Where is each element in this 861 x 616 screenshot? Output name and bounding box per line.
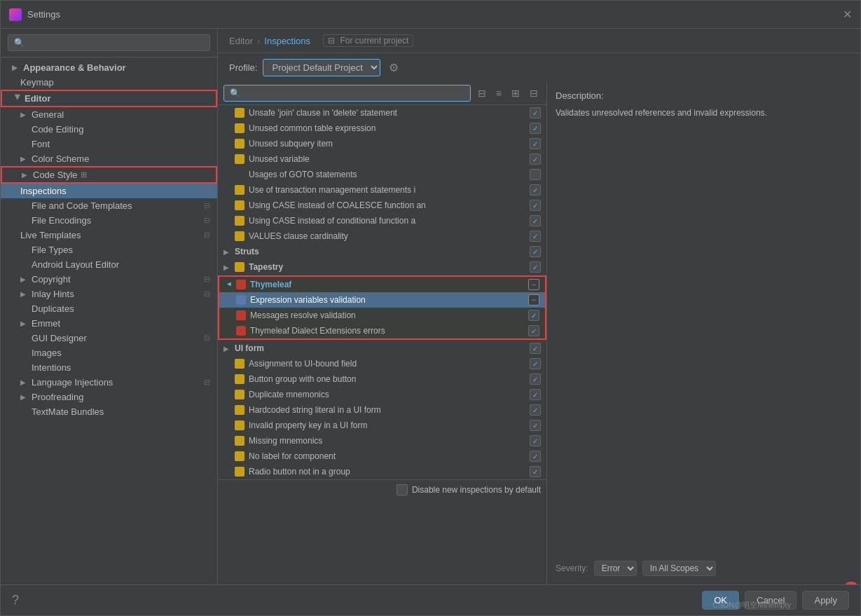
inspection-checkbox[interactable] <box>530 169 541 180</box>
collapse-button[interactable]: ⊟ <box>527 86 541 100</box>
list-item[interactable]: Invalid property key in a UI form <box>218 418 546 433</box>
list-item[interactable]: Hardcoded string literal in a UI form <box>218 402 546 418</box>
inspection-checkbox[interactable] <box>530 107 541 118</box>
inspection-checkbox[interactable] <box>530 404 541 416</box>
inspection-checkbox[interactable] <box>530 420 541 431</box>
inspection-checkbox[interactable] <box>530 451 541 462</box>
profile-select[interactable]: Project Default Project <box>263 59 380 76</box>
sidebar-item-copyright[interactable]: ▶ Copyright ⊟ <box>1 272 217 287</box>
list-item-dialect-errors[interactable]: Thymeleaf Dialect Extensions errors <box>219 323 545 338</box>
scope-select[interactable]: In All Scopes <box>642 561 716 576</box>
inspection-search-input[interactable] <box>223 85 471 102</box>
breadcrumb-current: Inspections <box>264 36 310 46</box>
sidebar-item-live-templates[interactable]: Live Templates ⊟ ③ <box>1 228 217 242</box>
sidebar-item-font[interactable]: Font <box>1 137 217 151</box>
disable-inspections-checkbox[interactable] <box>397 484 408 495</box>
inspection-checkbox[interactable] <box>530 184 541 196</box>
help-icon[interactable]: ? <box>12 593 19 608</box>
inspection-checkbox[interactable] <box>528 294 539 306</box>
severity-select[interactable]: Error <box>594 561 637 576</box>
sidebar-item-general[interactable]: ▶ General <box>1 107 217 122</box>
sort-button[interactable]: ≡ <box>493 86 504 100</box>
sidebar-item-appearance[interactable]: ▶ Appearance & Behavior <box>1 60 217 75</box>
inspection-checkbox[interactable] <box>530 200 541 211</box>
inspection-checkbox[interactable] <box>530 215 541 226</box>
list-item[interactable]: Duplicate mnemonics <box>218 387 546 402</box>
inspection-checkbox[interactable] <box>528 279 539 290</box>
list-item-struts[interactable]: ▶ Struts <box>218 244 546 259</box>
sidebar-item-code-style[interactable]: ▶ Code Style ⊞ ② <box>1 166 217 184</box>
sidebar-item-file-code-templates[interactable]: File and Code Templates ⊟ <box>1 198 217 213</box>
inspection-checkbox[interactable] <box>530 246 541 257</box>
inspection-name: No label for component <box>249 451 530 461</box>
list-item-thymeleaf[interactable]: ▼ Thymeleaf <box>219 277 545 292</box>
inspection-checkbox[interactable] <box>528 310 539 321</box>
sidebar-item-label: Keymap <box>20 77 54 88</box>
sidebar-item-inspections[interactable]: Inspections ⊟ <box>1 184 217 198</box>
inspection-name: Unused common table expression <box>249 123 530 133</box>
sidebar-search-input[interactable] <box>8 34 210 51</box>
list-item[interactable]: VALUES clause cardinality <box>218 228 546 244</box>
sidebar-item-inlay-hints[interactable]: ▶ Inlay Hints ⊟ <box>1 287 217 301</box>
project-label: For current project <box>340 36 408 46</box>
sidebar-item-label: Android Layout Editor <box>32 259 119 270</box>
sidebar-item-android-layout[interactable]: Android Layout Editor <box>1 257 217 272</box>
sidebar-item-intentions[interactable]: Intentions <box>1 360 217 375</box>
sidebar-item-textmate[interactable]: TextMate Bundles <box>1 404 217 419</box>
sidebar-item-images[interactable]: Images <box>1 345 217 360</box>
sidebar-item-editor[interactable]: ▶ Editor ① <box>1 90 217 107</box>
expand-button[interactable]: ⊞ <box>509 86 523 100</box>
inspection-checkbox[interactable] <box>530 138 541 149</box>
sidebar-item-label: Appearance & Behavior <box>23 62 126 73</box>
sidebar-item-file-types[interactable]: File Types <box>1 242 217 257</box>
sidebar-item-label: Inlay Hints <box>32 289 74 299</box>
list-item-expression-validation[interactable]: Expression variables validation <box>219 292 545 308</box>
list-item[interactable]: Use of transaction management statements… <box>218 182 546 198</box>
list-item[interactable]: Radio button not in a group <box>218 464 546 479</box>
gear-icon[interactable]: ⚙ <box>389 61 399 74</box>
list-item[interactable]: Usages of GOTO statements <box>218 167 546 182</box>
sidebar-item-file-encodings[interactable]: File Encodings ⊟ <box>1 213 217 228</box>
list-item[interactable]: Using CASE instead of conditional functi… <box>218 213 546 228</box>
list-item[interactable]: Missing mnemonics <box>218 433 546 449</box>
inspection-checkbox[interactable] <box>530 123 541 134</box>
apply-button[interactable]: Apply <box>802 591 849 610</box>
list-item-uiform[interactable]: ▶ UI form <box>218 341 546 356</box>
filter-button[interactable]: ⊟ <box>475 86 489 100</box>
sidebar-item-code-editing[interactable]: Code Editing <box>1 122 217 137</box>
inspection-checkbox[interactable] <box>530 343 541 354</box>
list-item[interactable]: Unused common table expression <box>218 121 546 136</box>
list-item[interactable]: Unused variable <box>218 151 546 167</box>
sidebar-item-keymap[interactable]: Keymap <box>1 75 217 90</box>
list-item[interactable]: Button group with one button <box>218 371 546 387</box>
annotation-5: ⑤ <box>843 582 859 584</box>
copy-icon: ⊟ <box>204 216 210 225</box>
inspection-checkbox[interactable] <box>530 358 541 369</box>
list-item[interactable]: Assignment to UI-bound field <box>218 356 546 371</box>
list-item[interactable]: Using CASE instead of COALESCE function … <box>218 198 546 213</box>
inspection-name: UI form <box>235 343 530 353</box>
inspection-checkbox[interactable] <box>530 435 541 446</box>
list-item[interactable]: No label for component <box>218 449 546 464</box>
sidebar-item-emmet[interactable]: ▶ Emmet <box>1 316 217 331</box>
inspection-name: Missing mnemonics <box>249 436 530 446</box>
close-button[interactable]: ✕ <box>843 8 852 21</box>
inspection-checkbox[interactable] <box>530 261 541 273</box>
sidebar-item-language-injections[interactable]: ▶ Language Injections ⊟ <box>1 375 217 390</box>
inspections-area: ⊟ ≡ ⊞ ⊟ Unsafe 'join' clause in 'delete'… <box>218 82 860 584</box>
list-item[interactable]: Unused subquery item ④ <box>218 136 546 151</box>
project-button[interactable]: ⊟ For current project <box>323 34 413 47</box>
inspection-checkbox[interactable] <box>530 374 541 385</box>
inspection-checkbox[interactable] <box>528 325 539 336</box>
list-item-messages-validation[interactable]: Messages resolve validation <box>219 308 545 323</box>
inspection-checkbox[interactable] <box>530 389 541 400</box>
list-item-tapestry[interactable]: ▶ Tapestry <box>218 259 546 275</box>
sidebar-item-gui-designer[interactable]: GUI Designer ⊟ <box>1 331 217 345</box>
sidebar-item-proofreading[interactable]: ▶ Proofreading <box>1 390 217 404</box>
inspection-checkbox[interactable] <box>530 231 541 242</box>
sidebar-item-color-scheme[interactable]: ▶ Color Scheme <box>1 151 217 166</box>
inspection-checkbox[interactable] <box>530 466 541 477</box>
sidebar-item-duplicates[interactable]: Duplicates <box>1 301 217 316</box>
inspection-checkbox[interactable] <box>530 153 541 165</box>
list-item[interactable]: Unsafe 'join' clause in 'delete' stateme… <box>218 105 546 121</box>
